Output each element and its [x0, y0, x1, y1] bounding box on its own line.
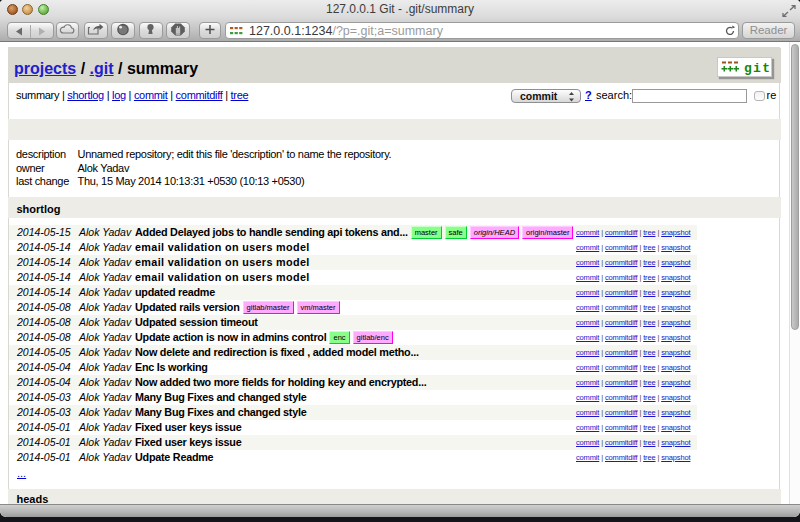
- svg-text:git: git: [744, 61, 770, 76]
